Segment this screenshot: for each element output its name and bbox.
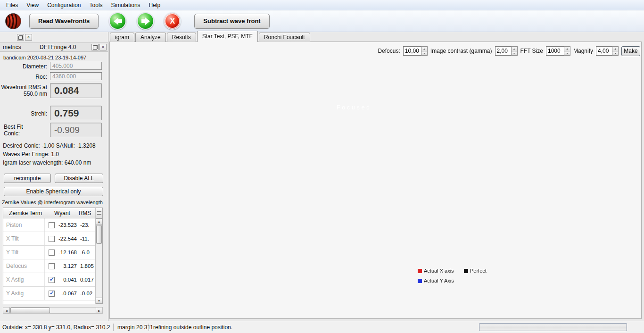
status-margin-text: margin 20 311 [117,324,153,331]
zernike-enable-checkbox[interactable] [49,250,55,256]
app-logo-icon [5,13,22,30]
table-horizontal-scrollbar[interactable]: ◀ ▶ [3,307,103,314]
col-zernike-term[interactable]: Zernike Term [3,210,48,216]
menu-tools[interactable]: Tools [85,1,107,9]
col-rms[interactable]: RMS [77,210,93,216]
enable-spherical-button[interactable]: Enable Spherical only [4,187,103,196]
dock-title: metrics [3,44,21,50]
focused-image-label: Focused [337,104,372,111]
fft-size-spinbox[interactable]: ▲▼ [546,46,570,56]
scroll-left-button[interactable]: ◀ [3,308,10,313]
disable-all-button[interactable]: Disable ALL [55,174,103,183]
status-outside-text: Outside: x= 330.8 y= 331.0, Radius= 310.… [2,324,110,331]
menu-simulations[interactable]: Simulations [107,1,145,9]
dock-float-button[interactable] [17,34,24,41]
zernike-table-row[interactable]: Y Tilt -12.168 -6.0 [3,246,96,259]
tab-star-test-psf-mtf[interactable]: Star Test, PSF, MTF [197,31,258,42]
zernike-rms-value: -0.02 [77,291,92,296]
spin-up-button[interactable]: ▲ [511,46,518,51]
make-button[interactable]: Make [621,46,640,56]
tab-analyze[interactable]: Analyze [135,33,166,42]
zernike-enable-checkbox[interactable] [49,277,55,283]
table-vertical-scrollbar[interactable]: ▲ ▼ [95,208,102,304]
zernike-enable-checkbox[interactable] [49,291,55,297]
spin-up-button[interactable]: ▲ [612,46,619,51]
zernike-term: X Astig [3,273,45,286]
spin-down-button[interactable]: ▼ [511,51,518,56]
cancel-button[interactable]: X [164,12,181,30]
fft-size-input[interactable] [546,46,564,56]
zernike-wyant-value: -22.544 [55,236,77,241]
spin-down-button[interactable]: ▼ [421,51,428,56]
rms-label-line1: Wavefront RMS at [0,84,47,91]
star-test-pane [109,42,642,319]
zernike-rms-value: -11. [77,236,89,241]
scroll-up-button[interactable]: ▲ [96,218,102,225]
zernike-enable-checkbox[interactable] [49,236,55,242]
tab-ronchi-foucault[interactable]: Ronchi Foucault [259,33,310,42]
dock-close-button[interactable]: × [25,34,32,41]
col-wyant[interactable]: Wyant [48,210,77,216]
gamma-input[interactable] [495,46,511,56]
tab-results[interactable]: Results [167,33,196,42]
spin-down-button[interactable]: ▼ [564,51,570,56]
gamma-spinbox[interactable]: ▲▼ [495,46,518,56]
spin-down-button[interactable]: ▼ [612,51,619,56]
waves-per-fringe-text: Waves Per Fringe: 1.0 [3,151,59,158]
diameter-field[interactable] [50,62,102,70]
tab-bar: igram Analyze Results Star Test, PSF, MT… [110,31,311,42]
scroll-track[interactable] [50,308,96,313]
zernike-term: Y Astig [3,287,45,300]
zernike-enable-checkbox[interactable] [49,263,55,269]
forward-button[interactable] [137,12,154,30]
scroll-right-button[interactable]: ▶ [96,308,102,313]
defocus-input[interactable] [403,46,421,56]
panel-close-button[interactable]: × [99,44,107,50]
menu-configuration[interactable]: Configuration [43,1,85,9]
toolbar: Read Wavefront/s X Subtract wave front [0,10,644,32]
zernike-enable-checkbox[interactable] [49,222,55,228]
zernike-table-row[interactable]: Defocus 3.127 1.805 [3,259,96,273]
divider [149,324,149,331]
panel-float-button[interactable] [91,44,99,50]
zernike-rms-value: -6.0 [77,250,90,255]
float-icon [18,35,23,40]
spin-up-button[interactable]: ▲ [421,46,428,51]
zernike-table-row[interactable]: X Astig 0.041 0.017 [3,273,96,287]
zernike-table-row[interactable]: Y Astig -0.067 -0.02 [3,287,96,300]
zernike-rms-value: -23. [77,222,90,228]
zernike-section-label: Zernike Values @ interferogram wavelengt… [2,200,103,205]
spin-up-button[interactable]: ▲ [564,46,570,51]
magnify-label: Magnify [573,48,593,54]
arrow-right-icon [141,17,150,25]
mtf-legend-actual-y: Actual Y Axis [418,278,454,283]
defocus-spinbox[interactable]: ▲▼ [403,46,428,56]
zernike-term: Defocus [3,259,45,273]
zernike-wyant-value: -12.168 [55,250,77,255]
metrics-panel-header: metrics DFTFringe 4.0 × [0,43,108,52]
menu-help[interactable]: Help [145,1,165,9]
x-icon: X [170,17,175,25]
table-corner-button[interactable] [96,208,102,218]
scroll-thumb[interactable] [10,308,50,313]
zernike-table-row[interactable]: X Tilt -22.544 -11. [3,232,96,246]
back-button[interactable] [109,12,126,30]
conic-label-line2: Conic: [4,130,20,137]
defocus-label: Defocus: [378,48,400,54]
magnify-spinbox[interactable]: ▲▼ [596,46,619,56]
zernike-table-row[interactable]: Piston -23.523 -23. [3,218,96,232]
magnify-input[interactable] [596,46,612,56]
roc-field[interactable] [50,72,102,80]
menu-view[interactable]: View [22,1,43,9]
star-test-controls: Defocus: ▲▼ Image contrast (gamma) ▲▼ FF… [378,46,640,56]
desired-conic-text: Desired Conic: -1.00 SANull: -1.3208 [3,142,96,149]
subtract-wavefront-button[interactable]: Subtract wave front [194,14,269,29]
scroll-thumb[interactable] [96,225,102,244]
menu-files[interactable]: Files [2,1,22,9]
recompute-button[interactable]: recompute [4,174,51,183]
igram-wavelength-text: Igram laser wavelength: 640.00 nm [3,159,91,166]
scroll-down-button[interactable]: ▼ [96,298,102,304]
mtf-legend-perfect: Perfect [464,268,487,274]
read-wavefronts-button[interactable]: Read Wavefront/s [29,14,99,29]
tab-igram[interactable]: igram [110,33,134,42]
